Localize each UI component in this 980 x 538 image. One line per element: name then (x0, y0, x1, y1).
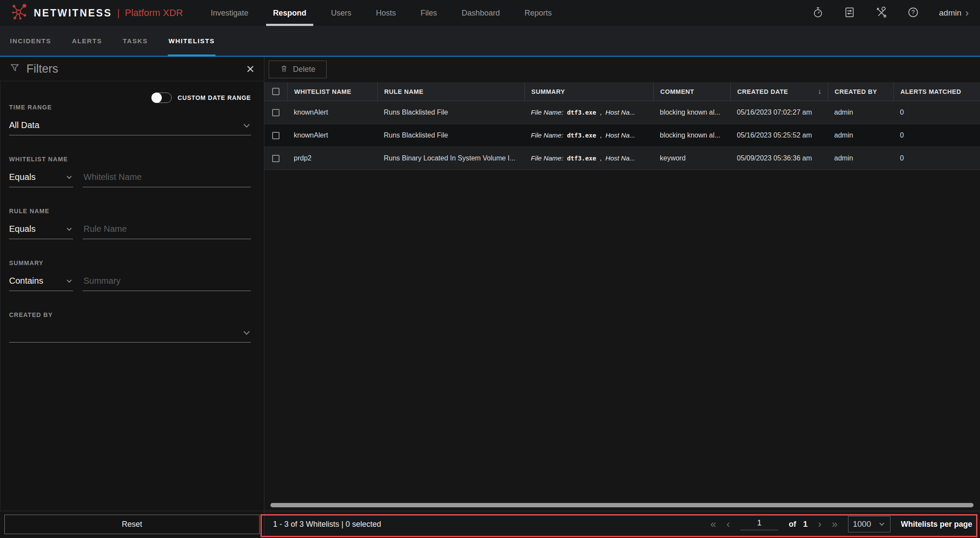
cell-created-by: admin (828, 131, 893, 139)
cell-summary: File Name: dtf3.exe , Host Na... (524, 131, 653, 139)
cell-whitelist-name: knownAlert (287, 131, 377, 139)
chevron-down-icon (67, 278, 71, 282)
nav-item-dashboard[interactable]: Dashboard (462, 0, 500, 26)
last-page-button[interactable]: » (832, 519, 838, 529)
next-page-button[interactable]: › (818, 519, 822, 529)
nav-item-files[interactable]: Files (421, 0, 437, 26)
table-header-row: WHITELIST NAME RULE NAME SUMMARY COMMENT… (264, 82, 980, 101)
cell-summary: File Name: dtf3.exe , Host Na... (524, 109, 653, 116)
table-toolbar: Delete (264, 57, 980, 82)
respond-tabbar: INCIDENTS ALERTS TASKS WHITELISTS (0, 26, 980, 57)
user-menu[interactable]: admin › (939, 8, 969, 18)
summary-field-label: File Name: (531, 154, 563, 162)
tools-icon (875, 6, 887, 20)
time-range-select[interactable]: All Data (9, 120, 251, 135)
chevron-down-icon (879, 521, 884, 525)
summary-operator-value: Contains (9, 276, 43, 286)
table-row[interactable]: prdp2 Runs Binary Located In System Volu… (264, 147, 980, 170)
cell-whitelist-name: knownAlert (287, 109, 377, 116)
chevron-right-icon: › (965, 8, 969, 18)
page-size-select[interactable]: 1000 (848, 516, 890, 532)
brand[interactable]: NETWITNESS | Platform XDR (11, 3, 183, 23)
custom-date-range-toggle[interactable] (151, 93, 172, 103)
first-page-button[interactable]: « (710, 519, 716, 529)
tab-alerts[interactable]: ALERTS (72, 26, 102, 56)
select-all-checkbox[interactable] (272, 88, 280, 95)
reset-button[interactable]: Reset (4, 515, 260, 534)
time-range-label: TIME RANGE (9, 104, 251, 111)
col-whitelist-name[interactable]: WHITELIST NAME (287, 82, 377, 101)
summary-input[interactable] (83, 276, 251, 291)
per-page-label: Whitelists per page (901, 520, 972, 529)
cell-comment: keyword (653, 154, 730, 162)
time-range-group: TIME RANGE All Data (9, 104, 251, 135)
col-alerts-matched[interactable]: ALERTS MATCHED (893, 82, 980, 101)
summary-field-value: dtf3.exe (567, 109, 596, 116)
cell-alerts-matched: 0 (893, 131, 980, 139)
col-created-date-label: CREATED DATE (737, 88, 788, 95)
summary-operator-select[interactable]: Contains (9, 276, 73, 291)
cell-created-by: admin (828, 109, 893, 116)
custom-date-range-label: CUSTOM DATE RANGE (178, 94, 251, 101)
created-by-label: CREATED BY (9, 311, 251, 318)
tab-incidents[interactable]: INCIDENTS (10, 26, 51, 56)
table-row[interactable]: knownAlert Runs Blacklisted File File Na… (264, 124, 980, 147)
whitelists-table-area: Delete WHITELIST NAME RULE NAME SUMMARY … (264, 57, 980, 537)
cell-comment: blocking known al... (653, 109, 730, 116)
cell-comment: blocking known al... (653, 131, 730, 139)
horizontal-scrollbar-thumb[interactable] (270, 503, 974, 507)
custom-date-range-row: CUSTOM DATE RANGE (9, 93, 251, 103)
preferences-icon-button[interactable] (844, 6, 855, 19)
rule-name-operator-select[interactable]: Equals (9, 224, 73, 239)
col-summary[interactable]: SUMMARY (524, 82, 653, 101)
summary-field-label: File Name: (531, 131, 563, 139)
created-by-select[interactable] (9, 328, 251, 343)
pagination: « ‹ of 1 › » 1000 Whitelists per page (710, 516, 972, 532)
user-name: admin (939, 8, 961, 18)
table-row[interactable]: knownAlert Runs Blacklisted File File Na… (264, 101, 980, 124)
page-number-input[interactable] (740, 519, 778, 530)
time-range-value: All Data (9, 120, 39, 130)
brand-product: Platform XDR (125, 7, 183, 19)
summary-field-label: Host Na... (605, 131, 635, 139)
whitelist-name-label: WHITELIST NAME (9, 156, 251, 163)
nav-item-respond[interactable]: Respond (273, 0, 306, 26)
page-size-value: 1000 (853, 519, 871, 529)
row-checkbox[interactable] (272, 109, 280, 116)
cell-created-date: 05/16/2023 05:25:52 am (730, 131, 828, 139)
nav-item-users[interactable]: Users (331, 0, 351, 26)
select-all-cell (264, 82, 287, 101)
col-created-date[interactable]: CREATED DATE ↓ (730, 82, 828, 101)
summary-separator: , (600, 109, 601, 116)
col-rule-name[interactable]: RULE NAME (377, 82, 524, 101)
tab-whitelists[interactable]: WHITELISTS (169, 26, 215, 56)
delete-button[interactable]: Delete (269, 61, 327, 78)
filters-header: Filters × (0, 57, 264, 81)
filters-body: CUSTOM DATE RANGE TIME RANGE All Data WH… (0, 81, 264, 511)
content: Filters × CUSTOM DATE RANGE TIME RANGE A… (0, 57, 980, 537)
row-checkbox[interactable] (272, 132, 280, 139)
whitelist-name-operator-select[interactable]: Equals (9, 172, 73, 187)
row-checkbox[interactable] (272, 155, 280, 162)
filters-title: Filters (26, 62, 58, 76)
nav-item-hosts[interactable]: Hosts (376, 0, 396, 26)
rule-name-input[interactable] (83, 224, 251, 239)
nav-item-investigate[interactable]: Investigate (211, 0, 248, 26)
row-checkbox-cell (264, 124, 287, 147)
col-comment[interactable]: COMMENT (653, 82, 730, 101)
status-text: 1 - 3 of 3 Whitelists | 0 selected (273, 520, 381, 529)
tools-icon-button[interactable] (875, 6, 887, 20)
col-created-by[interactable]: CREATED BY (828, 82, 893, 101)
timer-icon-button[interactable] (812, 6, 824, 19)
chevron-down-icon (67, 226, 71, 231)
help-icon-button[interactable]: ? (907, 6, 919, 19)
nav-item-reports[interactable]: Reports (524, 0, 552, 26)
delete-label: Delete (293, 65, 315, 74)
whitelist-name-input[interactable] (83, 172, 251, 187)
row-checkbox-cell (264, 147, 287, 170)
svg-text:?: ? (912, 9, 915, 16)
created-by-group: CREATED BY (9, 311, 251, 343)
tab-tasks[interactable]: TASKS (123, 26, 148, 56)
filters-close-button[interactable]: × (246, 62, 254, 76)
prev-page-button[interactable]: ‹ (726, 519, 730, 529)
